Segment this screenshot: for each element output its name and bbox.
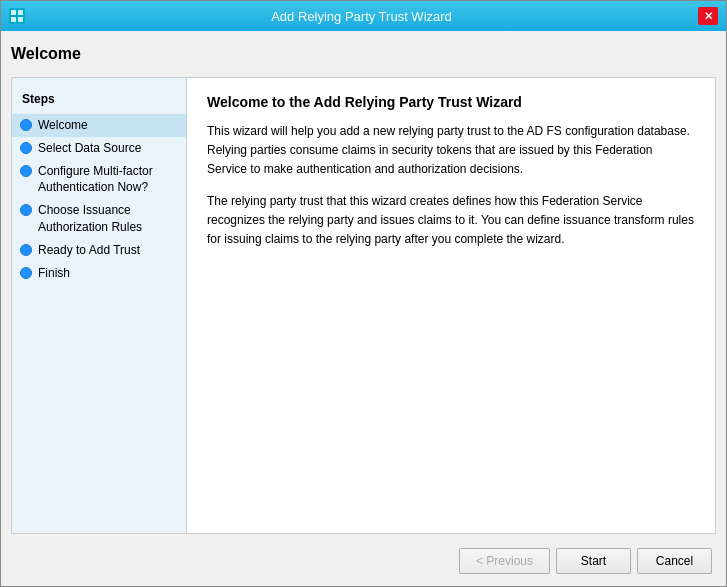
step-dot-welcome [20,119,32,131]
svg-rect-2 [11,17,16,22]
content-paragraph-1: This wizard will help you add a new rely… [207,122,695,180]
page-title: Welcome [11,41,716,69]
step-dot-configure-mfa [20,165,32,177]
step-label-select-data-source: Select Data Source [38,140,141,157]
svg-rect-3 [18,17,23,22]
step-dot-finish [20,267,32,279]
cancel-button[interactable]: Cancel [637,548,712,574]
sidebar-item-welcome[interactable]: Welcome [12,114,186,137]
svg-rect-1 [18,10,23,15]
step-dot-ready-to-add [20,244,32,256]
step-label-welcome: Welcome [38,117,88,134]
step-label-choose-issuance: Choose Issuance Authorization Rules [38,202,178,236]
sidebar-item-finish[interactable]: Finish [12,262,186,285]
step-label-ready-to-add: Ready to Add Trust [38,242,140,259]
sidebar-item-ready-to-add[interactable]: Ready to Add Trust [12,239,186,262]
svg-rect-0 [11,10,16,15]
window-title: Add Relying Party Trust Wizard [25,9,698,24]
sidebar-item-configure-mfa[interactable]: Configure Multi-factor Authentication No… [12,160,186,200]
step-dot-select-data-source [20,142,32,154]
sidebar-item-select-data-source[interactable]: Select Data Source [12,137,186,160]
start-button[interactable]: Start [556,548,631,574]
title-bar: Add Relying Party Trust Wizard ✕ [1,1,726,31]
sidebar-item-choose-issuance[interactable]: Choose Issuance Authorization Rules [12,199,186,239]
app-icon [9,8,25,24]
content-paragraph-2: The relying party trust that this wizard… [207,192,695,250]
window-content: Welcome Steps Welcome Select Data Source… [1,31,726,586]
window-controls: ✕ [698,7,718,25]
main-area: Steps Welcome Select Data Source Configu… [11,77,716,534]
content-area: Welcome to the Add Relying Party Trust W… [187,78,715,533]
wizard-window: Add Relying Party Trust Wizard ✕ Welcome… [0,0,727,587]
close-button[interactable]: ✕ [698,7,718,25]
step-dot-choose-issuance [20,204,32,216]
sidebar-heading: Steps [12,88,186,114]
content-heading: Welcome to the Add Relying Party Trust W… [207,94,695,110]
sidebar: Steps Welcome Select Data Source Configu… [12,78,187,533]
step-label-configure-mfa: Configure Multi-factor Authentication No… [38,163,178,197]
footer: < Previous Start Cancel [11,542,716,576]
step-label-finish: Finish [38,265,70,282]
previous-button[interactable]: < Previous [459,548,550,574]
